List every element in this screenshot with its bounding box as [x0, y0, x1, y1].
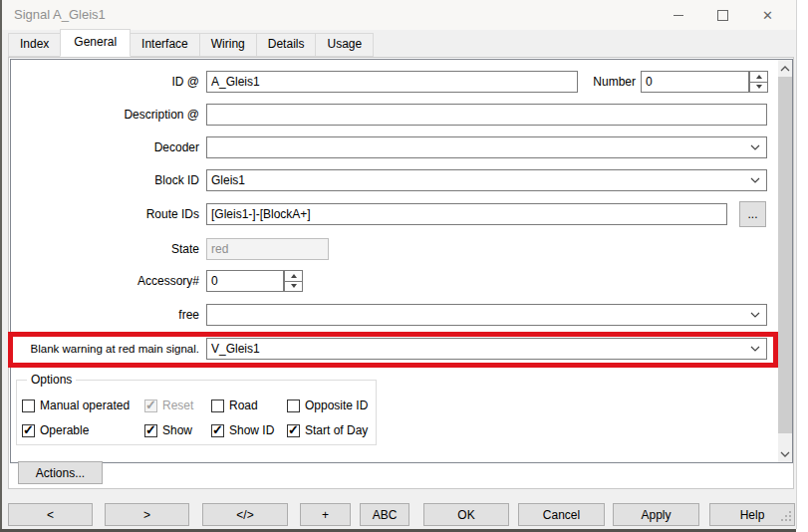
checkbox-road[interactable]: Road	[211, 398, 258, 413]
spin-down-button[interactable]	[750, 82, 767, 93]
chevron-down-icon	[780, 451, 790, 457]
checkbox-label: Start of Day	[305, 423, 368, 437]
signal-dialog: Signal A_Gleis1 ✕ Index General Interfac…	[0, 0, 797, 529]
chevron-down-icon	[750, 177, 760, 183]
blank-warning-label: Blank warning at red main signal.	[11, 338, 199, 360]
scroll-up-button[interactable]	[778, 60, 792, 77]
checkbox-label: Opposite ID	[305, 399, 368, 412]
block-id-select[interactable]: Gleis1	[206, 169, 767, 191]
spin-down-button[interactable]	[285, 281, 302, 292]
chevron-down-icon	[750, 312, 760, 318]
form-panel: ID @ Number Description @ Decoder Block …	[10, 59, 793, 463]
route-ids-input[interactable]	[206, 203, 727, 225]
minimize-icon	[673, 15, 683, 16]
decoder-select[interactable]	[206, 136, 767, 158]
checkbox-label: Reset	[162, 399, 193, 412]
arrow-down-icon	[756, 85, 762, 89]
accessory-spinner[interactable]	[284, 270, 303, 292]
window-controls: ✕	[656, 0, 790, 30]
checkbox-manual-operated[interactable]: Manual operated	[22, 398, 130, 413]
route-ids-browse-button[interactable]: ...	[739, 201, 766, 227]
prev-button[interactable]: <	[8, 503, 93, 526]
checkbox-icon	[144, 399, 157, 412]
abc-button[interactable]: ABC	[360, 503, 409, 526]
checkbox-label: Show ID	[229, 423, 274, 437]
maximize-icon	[717, 10, 728, 21]
tab-wiring[interactable]: Wiring	[199, 33, 257, 57]
checkbox-start-of-day[interactable]: Start of Day	[287, 422, 368, 438]
checkbox-icon	[144, 424, 157, 437]
title-bar[interactable]: Signal A_Gleis1 ✕	[0, 0, 796, 30]
scroll-down-button[interactable]	[778, 445, 792, 462]
checkbox-icon	[211, 399, 224, 412]
checkbox-label: Operable	[40, 423, 89, 437]
state-label: State	[11, 238, 199, 260]
checkbox-icon	[22, 424, 35, 437]
checkbox-reset: Reset	[144, 398, 193, 413]
block-id-label: Block ID	[11, 169, 199, 191]
free-select[interactable]	[206, 304, 767, 326]
blank-warning-select[interactable]: V_Gleis1	[206, 338, 767, 360]
checkbox-label: Manual operated	[40, 399, 130, 412]
state-input	[206, 238, 329, 260]
route-ids-label: Route IDs	[11, 203, 199, 225]
tab-interface[interactable]: Interface	[130, 33, 200, 57]
code-button[interactable]: </>	[202, 503, 288, 526]
arrow-down-icon	[291, 284, 297, 288]
checkbox-show-id[interactable]: Show ID	[211, 422, 274, 438]
checkbox-show[interactable]: Show	[144, 422, 192, 438]
number-label: Number	[536, 71, 636, 93]
block-id-value: Gleis1	[211, 173, 245, 187]
free-label: free	[11, 304, 199, 326]
apply-button[interactable]: Apply	[613, 503, 699, 526]
accessory-input[interactable]	[206, 270, 284, 292]
actions-button[interactable]: Actions...	[18, 461, 103, 484]
description-label: Description @	[11, 104, 199, 126]
arrow-up-icon	[756, 75, 762, 79]
checkbox-icon	[22, 399, 35, 412]
plus-button[interactable]: +	[300, 503, 351, 526]
chevron-up-icon	[780, 66, 790, 72]
close-icon: ✕	[762, 9, 773, 22]
background-edge	[0, 0, 2, 532]
checkbox-icon	[287, 399, 300, 412]
checkbox-icon	[211, 424, 224, 437]
ok-button[interactable]: OK	[423, 503, 509, 526]
screen: Signal A_Gleis1 ✕ Index General Interfac…	[0, 0, 808, 532]
accessory-label: Accessory#	[11, 270, 199, 292]
id-input[interactable]	[206, 71, 578, 93]
spin-up-button[interactable]	[285, 271, 302, 281]
spin-up-button[interactable]	[750, 72, 767, 82]
resize-grip[interactable]	[781, 511, 793, 523]
next-button[interactable]: >	[105, 503, 189, 526]
tab-index[interactable]: Index	[8, 33, 61, 57]
maximize-button[interactable]	[700, 0, 745, 30]
tab-strip: Index General Interface Wiring Details U…	[8, 31, 373, 57]
number-input[interactable]	[641, 71, 749, 93]
checkbox-label: Road	[229, 399, 258, 412]
number-spinner[interactable]	[749, 71, 768, 93]
checkbox-opposite-id[interactable]: Opposite ID	[287, 398, 368, 413]
options-group-title: Options	[27, 373, 76, 387]
minimize-button[interactable]	[656, 0, 700, 30]
chevron-down-icon	[750, 346, 760, 352]
tab-general[interactable]: General	[60, 29, 131, 57]
checkbox-label: Show	[162, 423, 192, 437]
cancel-button[interactable]: Cancel	[518, 503, 605, 526]
vertical-scrollbar[interactable]	[778, 60, 792, 462]
arrow-up-icon	[291, 274, 297, 278]
decoder-label: Decoder	[11, 136, 199, 158]
options-group: Options Manual operated Reset Road Oppos…	[16, 380, 377, 445]
scrollbar-thumb[interactable]	[778, 77, 792, 433]
tab-usage[interactable]: Usage	[315, 33, 374, 57]
description-input[interactable]	[206, 104, 767, 126]
blank-warning-value: V_Gleis1	[211, 342, 260, 356]
close-button[interactable]: ✕	[745, 0, 790, 30]
window-title: Signal A_Gleis1	[14, 0, 106, 30]
checkbox-icon	[287, 424, 300, 437]
id-label: ID @	[11, 71, 199, 93]
checkbox-operable[interactable]: Operable	[22, 422, 89, 438]
tab-details[interactable]: Details	[256, 33, 317, 57]
chevron-down-icon	[750, 144, 760, 150]
